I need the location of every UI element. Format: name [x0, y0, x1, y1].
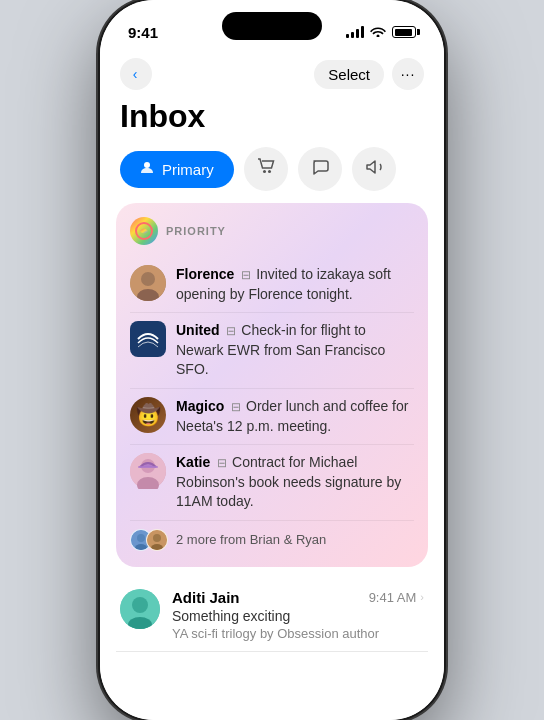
status-time: 9:41 — [128, 24, 158, 41]
content: PRIORITY Florence ⊟ Invited to — [100, 203, 444, 720]
more-avatars — [130, 529, 168, 551]
tab-chat[interactable] — [298, 147, 342, 191]
priority-more-text: 2 more from Brian & Ryan — [176, 532, 326, 547]
tab-primary[interactable]: Primary — [120, 151, 234, 188]
select-button[interactable]: Select — [314, 60, 384, 89]
avatar-florence — [130, 265, 166, 301]
avatar-katie — [130, 453, 166, 489]
mail-sender-aditi: Aditi Jain — [172, 589, 240, 606]
battery-fill — [395, 29, 412, 36]
priority-label: PRIORITY — [166, 225, 226, 237]
phone-frame: 9:41 — [100, 0, 444, 720]
nav-bar: ‹ Select ··· — [100, 50, 444, 94]
tab-bar: Primary — [100, 147, 444, 203]
more-avatar-2 — [146, 529, 168, 551]
svg-point-13 — [137, 534, 145, 542]
action-icon-katie: ⊟ — [217, 456, 230, 470]
priority-card: PRIORITY Florence ⊟ Invited to — [116, 203, 428, 567]
mail-subject-aditi: Something exciting — [172, 608, 424, 624]
tab-shopping[interactable] — [244, 147, 288, 191]
svg-point-0 — [144, 162, 150, 168]
priority-more[interactable]: 2 more from Brian & Ryan — [130, 521, 414, 553]
priority-text-united: United ⊟ Check-in for flight to Newark E… — [176, 321, 414, 380]
bubble-icon — [310, 157, 330, 182]
more-button[interactable]: ··· — [392, 58, 424, 90]
back-button[interactable]: ‹ — [120, 58, 152, 90]
action-icon-florence: ⊟ — [241, 268, 254, 282]
priority-header: PRIORITY — [130, 217, 414, 245]
priority-item-katie[interactable]: Katie ⊟ Contract for Michael Robinson's … — [130, 445, 414, 521]
page-title: Inbox — [100, 94, 444, 147]
tab-updates[interactable] — [352, 147, 396, 191]
cart-icon — [256, 157, 276, 182]
signal-bars-icon — [346, 26, 364, 38]
snippet-katie: Contract for Michael Robinson's book nee… — [176, 454, 401, 509]
action-icon-magico: ⊟ — [231, 400, 244, 414]
priority-text-magico: Magico ⊟ Order lunch and coffee for Neet… — [176, 397, 414, 436]
mail-snippet-aditi: YA sci-fi trilogy by Obsession author — [172, 626, 424, 641]
screen: 9:41 — [100, 0, 444, 720]
priority-item-florence[interactable]: Florence ⊟ Invited to izakaya soft openi… — [130, 257, 414, 313]
svg-point-5 — [141, 272, 155, 286]
sender-united: United — [176, 322, 220, 338]
sender-katie: Katie — [176, 454, 210, 470]
mail-content-aditi: Aditi Jain 9:41 AM › Something exciting … — [172, 589, 424, 641]
more-icon: ··· — [401, 66, 416, 82]
svg-point-19 — [132, 597, 148, 613]
tab-primary-label: Primary — [162, 161, 214, 178]
dynamic-island — [222, 12, 322, 40]
mail-time-aditi: 9:41 AM › — [369, 590, 424, 605]
chevron-right-icon: › — [420, 591, 424, 603]
wifi-icon — [370, 25, 386, 40]
svg-rect-11 — [138, 466, 158, 468]
mail-header-aditi: Aditi Jain 9:41 AM › — [172, 589, 424, 606]
svg-point-16 — [153, 534, 161, 542]
avatar-aditi — [120, 589, 160, 629]
nav-right-actions: Select ··· — [314, 58, 424, 90]
svg-point-1 — [263, 170, 266, 173]
avatar-united — [130, 321, 166, 357]
mail-item-aditi[interactable]: Aditi Jain 9:41 AM › Something exciting … — [116, 579, 428, 652]
sender-magico: Magico — [176, 398, 224, 414]
back-chevron-icon: ‹ — [133, 66, 138, 82]
avatar-magico: 🤠 — [130, 397, 166, 433]
megaphone-icon — [364, 157, 384, 182]
action-icon-united: ⊟ — [226, 324, 239, 338]
svg-point-2 — [268, 170, 271, 173]
battery-icon — [392, 26, 416, 38]
priority-logo — [130, 217, 158, 245]
priority-text-katie: Katie ⊟ Contract for Michael Robinson's … — [176, 453, 414, 512]
priority-item-magico[interactable]: 🤠 Magico ⊟ Order lunch and coffee for Ne… — [130, 389, 414, 445]
person-icon — [140, 161, 154, 178]
sender-florence: Florence — [176, 266, 234, 282]
priority-item-united[interactable]: United ⊟ Check-in for flight to Newark E… — [130, 313, 414, 389]
priority-text-florence: Florence ⊟ Invited to izakaya soft openi… — [176, 265, 414, 304]
status-icons — [346, 25, 416, 40]
